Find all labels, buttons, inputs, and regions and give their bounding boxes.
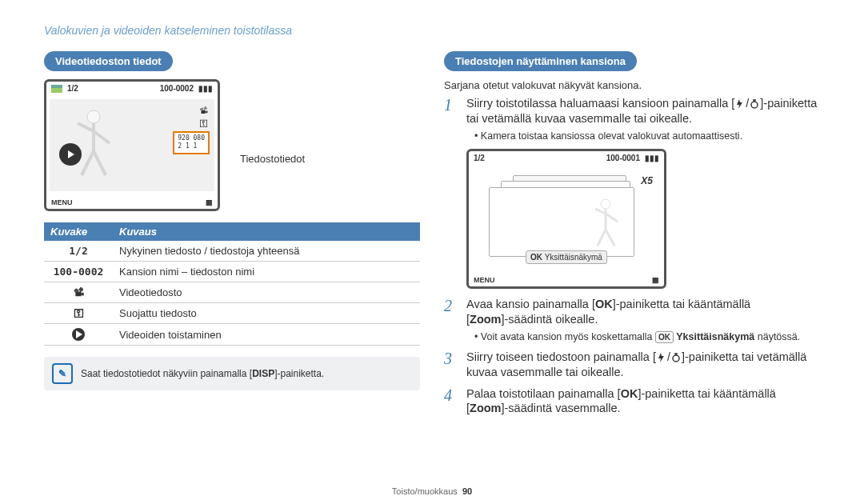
video-icon: 📽 xyxy=(199,106,208,115)
grid-icon: ▦ xyxy=(206,198,213,206)
step2-body: Avaa kansio painamalla [OK]-painiketta t… xyxy=(466,297,800,343)
table-row: ⚿ Suojattu tiedosto xyxy=(44,303,420,324)
x5-label: X5 xyxy=(641,175,653,186)
battery-icon: ▮▮▮ xyxy=(645,154,659,162)
info-overlay: 920 080 2 1 1 xyxy=(173,131,210,154)
table-row: Videoiden toistaminen xyxy=(44,324,420,346)
th-desc: Kuvaus xyxy=(113,222,420,241)
step-num-3: 3 xyxy=(444,350,458,380)
th-icon: Kuvake xyxy=(44,222,113,241)
ss2-counter: 1/2 xyxy=(474,154,485,162)
table-row: 1/2 Nykyinen tiedosto / tiedostoja yhtee… xyxy=(44,241,420,262)
flash-icon xyxy=(656,352,667,363)
table-row: 100-0002 Kansion nimi – tiedoston nimi xyxy=(44,262,420,282)
menu-label: MENU xyxy=(51,198,73,206)
step-num-1: 1 xyxy=(444,96,458,142)
breadcrumb: Valokuvien ja videoiden katseleminen toi… xyxy=(44,24,820,37)
timer-icon xyxy=(670,352,682,363)
svg-point-0 xyxy=(87,110,100,123)
svg-point-3 xyxy=(673,355,679,362)
step4-body: Palaa toistotilaan painamalla [OK]-paini… xyxy=(466,386,776,417)
lock-icon: ⚿ xyxy=(74,307,84,319)
step3-body: Siirry toiseen tiedostoon painamalla [/]… xyxy=(466,350,820,380)
note-box: ✎ Saat tiedostotiedot näkyviin painamall… xyxy=(44,357,420,390)
left-heading: Videotiedoston tiedot xyxy=(44,51,173,71)
ok-badge: OK Yksittäisnäkymä xyxy=(526,250,607,264)
note-icon: ✎ xyxy=(52,363,73,384)
intro-text: Sarjana otetut valokuvat näkyvät kansion… xyxy=(444,79,820,91)
stickman-graphic xyxy=(586,196,626,248)
video-icon: 📽 xyxy=(74,286,84,298)
battery-icon: ▮▮▮ xyxy=(198,84,213,93)
thumb-icon xyxy=(51,85,62,93)
note-text: Saat tiedostotiedot näkyviin painamalla … xyxy=(81,368,324,379)
ss-fileid: 100-0002 xyxy=(160,84,194,93)
step2-bullet: Voit avata kansion myös koskettamalla OK… xyxy=(466,330,800,343)
icon-table: Kuvake Kuvaus 1/2 Nykyinen tiedosto / ti… xyxy=(44,222,420,346)
step-num-2: 2 xyxy=(444,297,458,343)
timer-icon xyxy=(749,98,760,110)
flash-icon xyxy=(734,98,746,110)
video-info-screenshot: 1/2 100-0002 ▮▮▮ xyxy=(44,79,220,211)
folder-screenshot: 1/2 100-0001 ▮▮▮ xyxy=(466,149,666,289)
step1-bullet: Kamera toistaa kansiossa olevat valokuva… xyxy=(466,130,820,142)
right-heading: Tiedostojen näyttäminen kansiona xyxy=(444,51,637,71)
play-icon xyxy=(59,143,82,166)
step-num-4: 4 xyxy=(444,386,458,417)
leader-label: Tiedostotiedot xyxy=(240,153,305,165)
svg-point-1 xyxy=(751,102,758,108)
step1-body: Siirry toistotilassa haluamaasi kansioon… xyxy=(466,96,820,142)
table-row: 📽 Videotiedosto xyxy=(44,282,420,303)
svg-point-2 xyxy=(601,199,610,209)
page-footer: Toisto/muokkaus 90 xyxy=(0,486,864,496)
ss-counter: 1/2 xyxy=(67,84,78,93)
menu-label: MENU xyxy=(474,276,495,284)
ss2-fileid: 100-0001 xyxy=(606,154,640,162)
grid-icon: ▦ xyxy=(652,276,659,284)
lock-icon: ⚿ xyxy=(199,118,208,128)
